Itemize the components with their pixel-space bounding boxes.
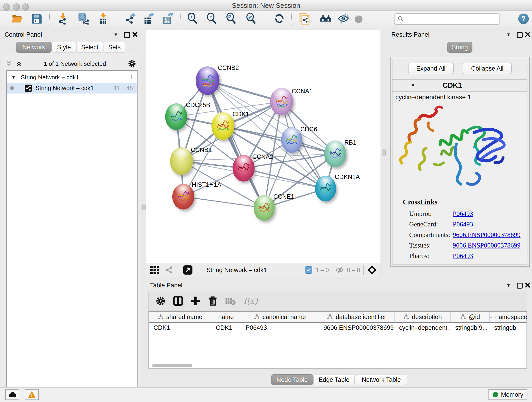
open-in-window-icon[interactable] bbox=[183, 265, 193, 275]
network-node-RB1[interactable] bbox=[324, 140, 346, 167]
cell-description[interactable]: cyclin–dependent ... bbox=[394, 323, 451, 333]
network-row-selected[interactable]: String Network – cdk1 11 48 bbox=[7, 83, 137, 94]
collapse-all-chevron-icon[interactable] bbox=[6, 60, 12, 67]
tab-string[interactable]: String bbox=[447, 42, 472, 53]
hide-selected-eye-slash-icon[interactable] bbox=[337, 13, 349, 25]
clone-network-icon[interactable] bbox=[298, 13, 310, 25]
navigate-crosshair-icon[interactable] bbox=[367, 265, 377, 275]
network-node-CCNB1[interactable] bbox=[170, 147, 193, 175]
crosslink-link[interactable]: P06493 bbox=[453, 252, 473, 260]
tab-node-table[interactable]: Node Table bbox=[271, 374, 313, 385]
column-header-namespace[interactable]: namespace bbox=[490, 312, 527, 322]
network-share-icon[interactable] bbox=[165, 265, 174, 274]
network-node-CCNB2[interactable] bbox=[196, 66, 220, 95]
table-header-row: shared namenamecanonical namedatabase id… bbox=[149, 312, 526, 323]
import-table-file-icon[interactable] bbox=[97, 13, 109, 25]
network-node-CDC6[interactable] bbox=[281, 127, 302, 153]
tab-network-table[interactable]: Network Table bbox=[355, 374, 407, 385]
column-header-shared-name[interactable]: shared name bbox=[149, 312, 211, 322]
network-node-CDKN1A[interactable] bbox=[315, 176, 336, 201]
column-header-canonical-name[interactable]: canonical name bbox=[241, 312, 319, 322]
network-node-CCNE1[interactable] bbox=[254, 195, 275, 221]
panel-close-icon[interactable] bbox=[525, 32, 530, 37]
network-node-CCNA1[interactable] bbox=[270, 88, 293, 115]
export-table-icon[interactable] bbox=[143, 13, 154, 25]
tab-style[interactable]: Style bbox=[52, 42, 76, 53]
right-splitter-handle[interactable] bbox=[382, 149, 386, 156]
tab-sets[interactable]: Sets bbox=[104, 42, 125, 53]
help-button[interactable]: ? bbox=[518, 13, 529, 24]
edge-hist1h1a-ccne1[interactable] bbox=[183, 197, 264, 208]
search-input[interactable] bbox=[394, 13, 500, 25]
network-node-HIST1H1A[interactable] bbox=[172, 184, 194, 210]
collapse-all-button[interactable]: Collapse All bbox=[463, 63, 512, 74]
crosslink-link[interactable]: 9606.ENSP00000378699 bbox=[453, 242, 520, 249]
left-splitter-handle[interactable] bbox=[142, 204, 146, 211]
tree-collapse-icon[interactable]: ▼ bbox=[12, 75, 16, 80]
panel-menu-caret-icon[interactable]: ▼ bbox=[506, 283, 511, 288]
panel-menu-caret-icon[interactable]: ▼ bbox=[114, 32, 118, 37]
panel-float-icon[interactable] bbox=[124, 32, 130, 38]
zoom-out-icon[interactable] bbox=[206, 13, 218, 25]
cell-@id[interactable]: stringdb:9... bbox=[451, 323, 490, 333]
add-column-plus-icon[interactable] bbox=[190, 295, 201, 306]
panel-close-icon[interactable] bbox=[132, 32, 138, 37]
export-image-icon[interactable] bbox=[162, 13, 174, 25]
expand-all-chevron-icon[interactable] bbox=[16, 60, 22, 67]
open-session-icon[interactable] bbox=[11, 13, 23, 25]
delete-column-trash-icon[interactable] bbox=[207, 295, 218, 306]
network-collection-row[interactable]: ▼ String Network – cdk1 1 bbox=[7, 72, 137, 83]
cell-name[interactable]: CDK1 bbox=[211, 323, 241, 333]
crosslink-link[interactable]: 9606.ENSP00000378699 bbox=[453, 231, 520, 239]
crosslink-link[interactable]: P06493 bbox=[453, 210, 473, 217]
cell-shared-name[interactable]: CDK1 bbox=[149, 323, 211, 333]
column-header-database-identifier[interactable]: database identifier bbox=[319, 312, 394, 322]
cell-canonical-name[interactable]: P06493 bbox=[241, 323, 319, 333]
cell-database-identifier[interactable]: 9606.ENSP00000378699 bbox=[319, 323, 394, 333]
column-header-name[interactable]: name bbox=[211, 312, 241, 322]
network-node-CDK1[interactable] bbox=[211, 112, 234, 140]
export-network-icon[interactable] bbox=[125, 13, 137, 25]
network-node-CDC25B[interactable] bbox=[165, 103, 187, 130]
edge-ccnb2-ccne1[interactable] bbox=[208, 81, 264, 208]
memory-button[interactable]: Memory bbox=[488, 389, 527, 400]
network-node-CCNA2[interactable] bbox=[233, 155, 254, 182]
string-home-icon[interactable] bbox=[320, 13, 332, 25]
edge-cdk1-rb1[interactable] bbox=[223, 126, 335, 154]
column-header-@id[interactable]: @id bbox=[451, 312, 490, 322]
cdk1-entry-header[interactable]: ▼ CDK1 bbox=[393, 80, 527, 92]
node-label-CDKN1A: CDKN1A bbox=[335, 173, 360, 181]
expand-all-button[interactable]: Expand All bbox=[408, 63, 454, 74]
crosslink-link[interactable]: P06493 bbox=[453, 220, 473, 228]
tab-select[interactable]: Select bbox=[76, 42, 103, 53]
panel-float-icon[interactable] bbox=[517, 32, 523, 38]
import-network-database-icon[interactable] bbox=[77, 13, 89, 25]
entry-collapse-icon[interactable]: ▼ bbox=[411, 83, 415, 88]
table-options-gear-icon[interactable] bbox=[155, 295, 166, 306]
tab-network[interactable]: Network bbox=[16, 42, 51, 53]
tab-edge-table[interactable]: Edge Table bbox=[313, 374, 355, 385]
zoom-in-icon[interactable] bbox=[187, 13, 199, 25]
panel-menu-caret-icon[interactable]: ▼ bbox=[506, 32, 511, 37]
panel-float-icon[interactable] bbox=[517, 283, 523, 288]
warning-button[interactable] bbox=[25, 389, 39, 400]
network-view-canvas[interactable]: CCNB2CCNA1CDC25BCDK1CDC6RB1CCNB1CCNA2CDK… bbox=[146, 30, 381, 263]
panel-close-icon[interactable] bbox=[525, 282, 530, 288]
birdseye-grid-icon[interactable] bbox=[150, 266, 159, 274]
show-all-eye-icon[interactable] bbox=[353, 13, 365, 25]
delete-table-icon[interactable] bbox=[225, 295, 236, 306]
horizontal-scrollbar-thumb[interactable] bbox=[152, 364, 192, 367]
table-row[interactable]: CDK1CDK1P064939606.ENSP00000378699cyclin… bbox=[149, 323, 526, 333]
zoom-selected-icon[interactable] bbox=[245, 13, 257, 25]
column-header-description[interactable]: description bbox=[394, 312, 451, 322]
cloud-button[interactable] bbox=[5, 389, 19, 400]
selected-nodes-checkbox[interactable] bbox=[305, 266, 312, 274]
save-session-icon[interactable] bbox=[31, 13, 43, 25]
cell-namespace[interactable]: stringdb bbox=[490, 323, 527, 333]
network-options-gear-icon[interactable] bbox=[127, 59, 137, 68]
function-builder-icon[interactable]: f(x) bbox=[244, 296, 258, 306]
apply-layout-refresh-icon[interactable] bbox=[273, 13, 285, 25]
show-columns-icon[interactable] bbox=[172, 295, 184, 306]
zoom-fit-icon[interactable] bbox=[225, 13, 237, 25]
import-network-file-icon[interactable] bbox=[57, 13, 69, 25]
